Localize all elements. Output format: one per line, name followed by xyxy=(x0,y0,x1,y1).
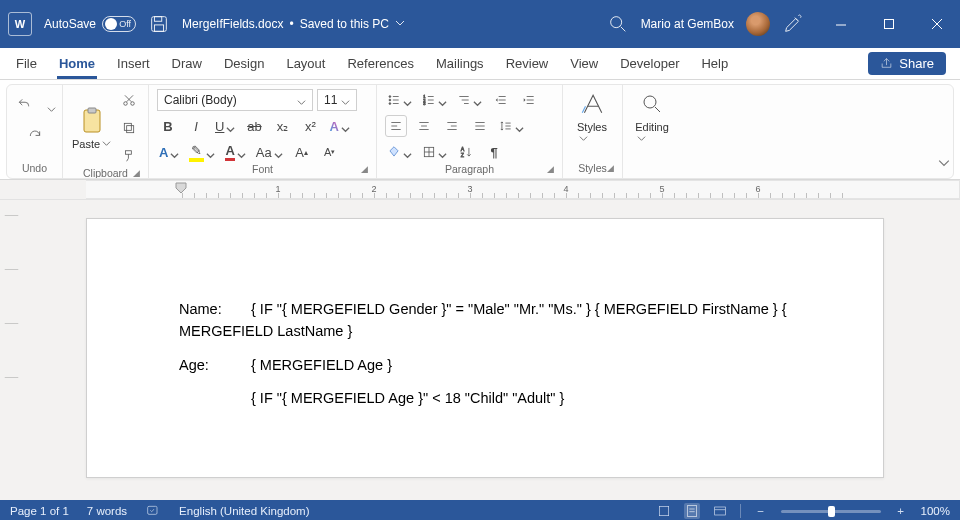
bullets-button[interactable] xyxy=(385,89,414,111)
editing-button[interactable]: Editing xyxy=(631,89,673,145)
subscript-button[interactable]: x₂ xyxy=(271,115,293,137)
highlight-button[interactable]: ✎ xyxy=(187,141,217,163)
zoom-level[interactable]: 100% xyxy=(921,505,950,517)
page-count[interactable]: Page 1 of 1 xyxy=(10,505,69,517)
spellcheck-icon[interactable] xyxy=(145,503,161,519)
superscript-button[interactable]: x² xyxy=(299,115,321,137)
close-button[interactable] xyxy=(922,9,952,39)
document-line[interactable]: { IF "{ MERGEFIELD Age }" < 18 "Child" "… xyxy=(179,388,791,410)
sort-button[interactable]: AZ xyxy=(455,141,477,163)
document-page[interactable]: Name:{ IF "{ MERGEFIELD Gender }" = "Mal… xyxy=(86,218,884,478)
vertical-ruler[interactable]: ———— xyxy=(0,200,22,500)
document-line[interactable]: Name:{ IF "{ MERGEFIELD Gender }" = "Mal… xyxy=(179,299,791,343)
italic-button[interactable]: I xyxy=(185,115,207,137)
tab-review[interactable]: Review xyxy=(504,48,551,79)
borders-button[interactable] xyxy=(420,141,449,163)
ruler-tick xyxy=(746,193,747,198)
pen-mode-icon[interactable] xyxy=(782,13,804,35)
font-size-select[interactable]: 11 xyxy=(317,89,357,111)
repeat-button[interactable] xyxy=(24,125,46,147)
justify-button[interactable] xyxy=(469,115,491,137)
tab-file[interactable]: File xyxy=(14,48,39,79)
zoom-out-button[interactable]: − xyxy=(753,503,769,519)
document-title[interactable]: MergeIfFields.docx • Saved to this PC xyxy=(182,17,405,31)
tab-developer[interactable]: Developer xyxy=(618,48,681,79)
ruler-tick xyxy=(662,193,663,198)
tab-home[interactable]: Home xyxy=(57,48,97,79)
font-name-select[interactable]: Calibri (Body) xyxy=(157,89,313,111)
ruler-tick xyxy=(254,193,255,198)
ribbon-tabs: File Home Insert Draw Design Layout Refe… xyxy=(0,48,960,80)
grow-font-button[interactable]: A▴ xyxy=(291,141,313,163)
show-marks-button[interactable]: ¶ xyxy=(483,141,505,163)
document-line[interactable]: Age:{ MERGEFIELD Age } xyxy=(179,355,791,377)
undo-button[interactable] xyxy=(13,93,35,115)
toggle-switch-icon[interactable]: Off xyxy=(102,16,136,32)
ruler-tick xyxy=(206,193,207,198)
focus-mode-icon[interactable] xyxy=(656,503,672,519)
chevron-down-icon xyxy=(341,96,350,105)
dialog-launcher-icon[interactable]: ◢ xyxy=(547,164,554,174)
ruler-tick xyxy=(542,193,543,198)
ruler-tick xyxy=(242,193,243,198)
dialog-launcher-icon[interactable]: ◢ xyxy=(361,164,368,174)
line-spacing-button[interactable] xyxy=(497,115,526,137)
word-count[interactable]: 7 words xyxy=(87,505,127,517)
tab-mailings[interactable]: Mailings xyxy=(434,48,486,79)
print-layout-icon[interactable] xyxy=(684,503,700,519)
tab-insert[interactable]: Insert xyxy=(115,48,152,79)
dialog-launcher-icon[interactable]: ◢ xyxy=(607,163,614,173)
indent-marker-icon[interactable] xyxy=(174,181,188,199)
strikethrough-button[interactable]: ab xyxy=(243,115,265,137)
autosave-toggle[interactable]: AutoSave Off xyxy=(44,16,136,32)
tab-draw[interactable]: Draw xyxy=(170,48,204,79)
chevron-down-icon[interactable] xyxy=(47,100,56,109)
shrink-font-button[interactable]: A▾ xyxy=(319,141,341,163)
font-color-a-button[interactable]: A xyxy=(157,141,181,163)
decrease-indent-button[interactable] xyxy=(490,89,512,111)
multilevel-list-button[interactable] xyxy=(455,89,484,111)
ruler-tick xyxy=(326,193,327,198)
collapse-ribbon-button[interactable] xyxy=(938,155,950,173)
zoom-slider[interactable] xyxy=(781,510,881,513)
minimize-button[interactable] xyxy=(826,9,856,39)
align-left-button[interactable] xyxy=(385,115,407,137)
user-avatar-icon[interactable] xyxy=(746,12,770,36)
tab-design[interactable]: Design xyxy=(222,48,266,79)
ruler-tick xyxy=(410,193,411,198)
ruler-tick xyxy=(578,193,579,198)
styles-button[interactable]: Styles xyxy=(571,89,613,145)
tab-references[interactable]: References xyxy=(345,48,415,79)
change-case-button[interactable]: Aa xyxy=(254,141,285,163)
align-right-button[interactable] xyxy=(441,115,463,137)
save-icon[interactable] xyxy=(148,13,170,35)
font-color-button[interactable]: A xyxy=(223,141,247,163)
increase-indent-button[interactable] xyxy=(518,89,540,111)
underline-button[interactable]: U xyxy=(213,115,237,137)
document-viewport[interactable]: Name:{ IF "{ MERGEFIELD Gender }" = "Mal… xyxy=(22,200,960,500)
align-center-button[interactable] xyxy=(413,115,435,137)
text-effects-button[interactable]: A xyxy=(327,115,351,137)
language-status[interactable]: English (United Kingdom) xyxy=(179,505,309,517)
tab-view[interactable]: View xyxy=(568,48,600,79)
dialog-launcher-icon[interactable]: ◢ xyxy=(133,168,140,178)
numbering-button[interactable]: 123 xyxy=(420,89,449,111)
chevron-down-icon xyxy=(206,148,215,157)
share-button[interactable]: Share xyxy=(868,52,946,75)
web-layout-icon[interactable] xyxy=(712,503,728,519)
zoom-in-button[interactable]: + xyxy=(893,503,909,519)
tab-layout[interactable]: Layout xyxy=(284,48,327,79)
horizontal-ruler[interactable]: 123456 xyxy=(0,180,960,200)
user-name[interactable]: Mario at GemBox xyxy=(641,17,734,31)
maximize-button[interactable] xyxy=(874,9,904,39)
cut-button[interactable] xyxy=(118,89,140,111)
search-icon[interactable] xyxy=(607,13,629,35)
bold-button[interactable]: B xyxy=(157,115,179,137)
copy-button[interactable] xyxy=(118,117,140,139)
tab-help[interactable]: Help xyxy=(699,48,730,79)
ruler-tick xyxy=(602,193,603,198)
svg-rect-65 xyxy=(687,506,696,517)
shading-button[interactable] xyxy=(385,141,414,163)
format-painter-button[interactable] xyxy=(118,145,140,167)
paste-button[interactable]: Paste xyxy=(71,89,112,167)
